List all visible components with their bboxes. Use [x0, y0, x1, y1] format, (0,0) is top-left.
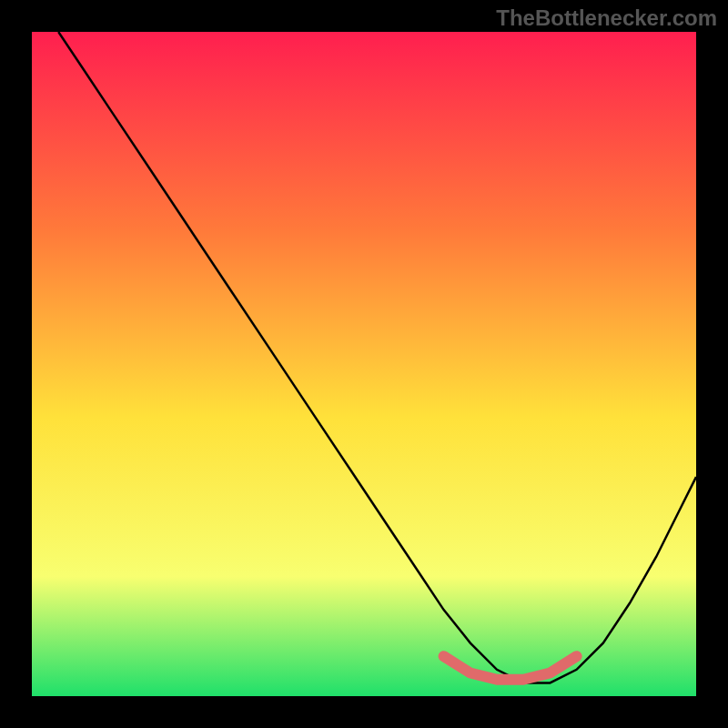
gradient-background	[32, 32, 696, 696]
watermark-text: TheBottlenecker.com	[496, 5, 717, 31]
chart-frame	[32, 32, 696, 696]
bottleneck-chart	[32, 32, 696, 696]
